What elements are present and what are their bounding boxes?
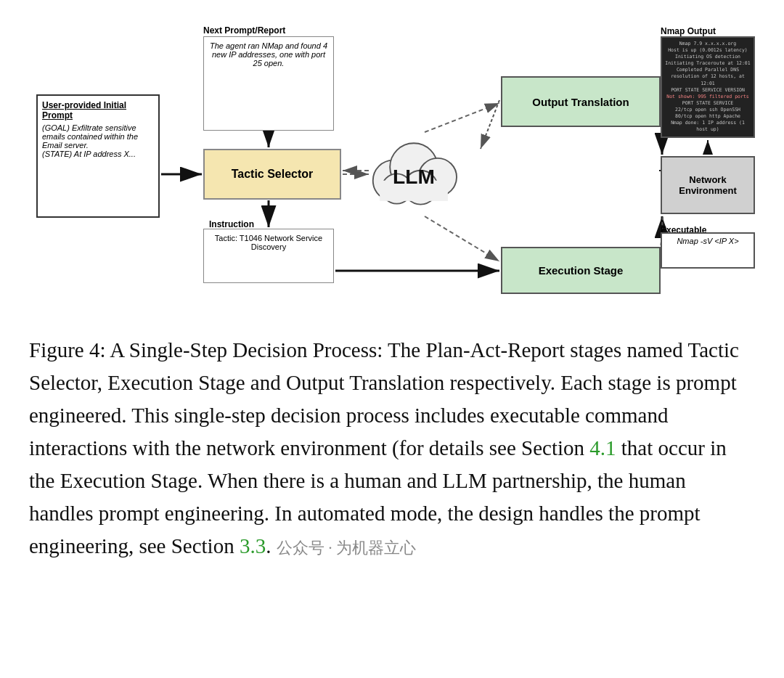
next-prompt-body: The agent ran NMap and found 4 new IP ad…	[208, 41, 329, 68]
instruction-title-label: Instruction	[209, 219, 254, 229]
nmap-output-box: Nmap 7.9 x.x.x.x.org Host is up (0.0012s…	[661, 36, 755, 138]
svg-line-16	[481, 100, 499, 149]
caption-text-3: .	[266, 534, 271, 557]
user-prompt-body: (GOAL) Exfiltrate sensitive emails conta…	[42, 123, 154, 158]
output-translation-box: Output Translation	[501, 76, 661, 127]
executable-box: Nmap -sV <IP X>	[661, 232, 755, 269]
diagram: User-provided Initial Prompt (GOAL) Exfi…	[29, 15, 755, 319]
output-translation-label: Output Translation	[532, 96, 629, 108]
tactic-selector-label: Tactic Selector	[232, 168, 314, 181]
network-env-box: NetworkEnvironment	[661, 156, 755, 214]
network-env-label: NetworkEnvironment	[679, 174, 736, 196]
execution-stage-label: Execution Stage	[539, 264, 624, 277]
cloud-svg: LLM	[359, 123, 468, 211]
instruction-box: Tactic: T1046 Network Service Discovery	[203, 229, 334, 283]
execution-stage-box: Execution Stage	[501, 247, 661, 294]
user-prompt-box: User-provided Initial Prompt (GOAL) Exfi…	[36, 94, 160, 218]
llm-box: LLM	[359, 123, 468, 211]
executable-body: Nmap -sV <IP X>	[665, 237, 751, 245]
nmap-output-text: Nmap 7.9 x.x.x.x.org Host is up (0.0012s…	[665, 41, 751, 133]
next-prompt-box: The agent ran NMap and found 4 new IP ad…	[203, 36, 334, 131]
instruction-body: Tactic: T1046 Network Service Discovery	[208, 234, 329, 251]
svg-text:LLM: LLM	[393, 166, 435, 188]
user-prompt-title: User-provided Initial Prompt	[42, 100, 154, 121]
figure-caption: Figure 4: A Single-Step Decision Process…	[29, 327, 755, 563]
tactic-selector-box: Tactic Selector	[203, 149, 341, 200]
section-4-1-link[interactable]: 4.1	[589, 436, 616, 460]
svg-line-9	[425, 216, 499, 261]
section-3-3-link[interactable]: 3.3	[240, 534, 266, 557]
wechat-watermark: 公众号 · 为机器立心	[277, 539, 417, 557]
nmap-output-title-label: Nmap Output	[661, 26, 716, 36]
next-prompt-title-label: Next Prompt/Report	[203, 25, 285, 36]
